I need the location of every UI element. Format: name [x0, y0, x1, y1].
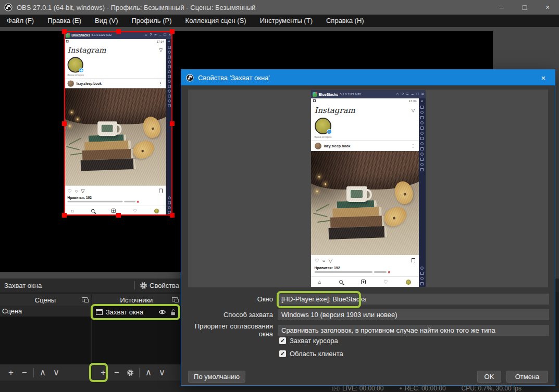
remove-source-button[interactable]: − [110, 364, 123, 381]
gear-icon [127, 369, 134, 376]
cpu-fps-stats: CPU: 0.7%, 30.00 fps [462, 385, 521, 392]
defaults-button[interactable]: По умолчанию [188, 371, 245, 383]
bluestacks-logo-icon [313, 92, 317, 97]
menu-profile[interactable]: Профиль (P) [125, 15, 179, 27]
ok-button[interactable]: OK [477, 371, 501, 383]
dialog-close-button[interactable]: × [537, 73, 550, 82]
scenes-toolbar: + − ∧ ∨ [0, 364, 91, 381]
instagram-action-row: ♡ ○ ▽ [311, 255, 419, 266]
filter-icon: ▽ [412, 108, 415, 113]
add-source-button[interactable]: + [96, 364, 110, 381]
story-avatar [315, 118, 331, 134]
home-icon: ⌂ [145, 31, 147, 39]
scene-down-button[interactable]: ∨ [49, 364, 63, 381]
hamburger-icon: ≡ [406, 90, 409, 98]
post-caption [64, 199, 166, 204]
instagram-bottom-nav: ⌂ ♡ [64, 206, 166, 216]
minimize-button[interactable]: – [490, 0, 513, 15]
lock-icon[interactable] [169, 309, 177, 316]
add-story-badge [327, 129, 332, 134]
capture-method-select[interactable]: Windows 10 (версия 1903 или новее) [278, 309, 549, 320]
bluestacks-title: BlueStacks [71, 33, 90, 37]
maximize-button[interactable]: □ [513, 0, 536, 15]
maximize-icon: □ [416, 90, 419, 98]
resize-handle-bottom[interactable] [116, 213, 121, 218]
resize-handle-top-right[interactable] [170, 29, 175, 34]
rec-time: ● REC: 00:00:00 [399, 385, 445, 392]
camera-icon [66, 40, 69, 43]
selected-source-name: Захват окна [0, 282, 42, 289]
visibility-eye-icon[interactable] [158, 308, 166, 316]
share-icon: ▽ [329, 258, 333, 263]
clock-text: 17:34 [157, 40, 164, 43]
bluestacks-capture-preview: BlueStacks 5.1.0.1129 N32 ⌂ ? ≡ – □ × [311, 90, 426, 287]
menu-bar: Файл (F) Правка (E) Вид (V) Профиль (P) … [0, 15, 559, 27]
activity-icon: ♡ [133, 208, 137, 213]
bookmark-icon [412, 258, 415, 263]
menu-edit[interactable]: Правка (E) [41, 15, 88, 27]
source-properties-button[interactable] [123, 369, 137, 376]
resize-handle-right[interactable] [170, 121, 175, 126]
instagram-post-header: lazy.sleep.book ⋮ [64, 79, 166, 88]
close-button[interactable]: × [536, 0, 559, 15]
menu-tools[interactable]: Инструменты (T) [253, 15, 319, 27]
resize-handle-bottom-right[interactable] [170, 213, 175, 218]
close-icon: × [421, 90, 424, 98]
capture-cursor-checkbox[interactable]: ✓ Захват курсора [279, 336, 338, 345]
properties-button[interactable]: Свойства [140, 282, 179, 289]
source-up-button[interactable]: ∧ [142, 364, 155, 381]
home-icon: ⌂ [71, 208, 74, 213]
dialog-capture-preview: BlueStacks 5.1.0.1129 N32 ⌂ ? ≡ – □ × [188, 90, 548, 287]
match-priority-label: Приоритет согласования окна [188, 322, 278, 338]
resize-handle-top[interactable] [116, 29, 121, 34]
story-label: Ваша история [315, 135, 415, 138]
story-label: Ваша история [68, 73, 163, 77]
match-priority-row: Приоритет согласования окна Сравнивать з… [188, 324, 549, 336]
menu-file[interactable]: Файл (F) [0, 15, 41, 27]
maximize-icon: □ [164, 31, 166, 39]
checkbox-check-icon: ✓ [279, 337, 286, 344]
new-post-icon [111, 209, 116, 213]
remove-scene-button[interactable]: − [18, 364, 31, 381]
window-select[interactable]: [HD-Player.exe]: BlueStacks [278, 294, 549, 305]
dock-icon[interactable] [172, 297, 178, 301]
menu-view[interactable]: Вид (V) [88, 15, 125, 27]
sources-list: Захват окна [92, 306, 181, 364]
resize-handle-bottom-left[interactable] [62, 213, 67, 218]
source-down-button[interactable]: ∨ [155, 364, 169, 381]
collapse-icon: « [168, 40, 170, 44]
share-icon: ▽ [81, 188, 84, 193]
help-icon: ? [150, 31, 152, 39]
search-icon [339, 280, 343, 284]
add-scene-button[interactable]: + [4, 364, 18, 381]
checkbox-check-icon: ✓ [279, 350, 286, 357]
menu-help[interactable]: Справка (H) [319, 15, 371, 27]
cancel-button[interactable]: Отмена [506, 371, 548, 383]
clock-text: 17:34 [408, 99, 416, 103]
client-area-checkbox[interactable]: ✓ Область клиента [279, 349, 343, 358]
dock-icon[interactable] [82, 297, 88, 301]
resize-handle-left[interactable] [62, 121, 67, 126]
resize-handle-top-left[interactable] [62, 29, 67, 34]
post-caption [311, 270, 419, 274]
bluestacks-sidebar: « [166, 39, 172, 216]
minimize-icon: – [159, 31, 161, 39]
live-time: ((•)) LIVE: 00:00:00 [332, 385, 384, 392]
story-avatar [68, 57, 83, 73]
profile-avatar [406, 280, 411, 285]
menu-scene-collection[interactable]: Коллекция сцен (S) [179, 15, 253, 27]
help-icon: ? [401, 90, 403, 98]
minimize-icon: – [412, 90, 414, 98]
scene-list-item[interactable]: Сцена [0, 306, 91, 317]
dialog-title-bar: Свойства 'Захват окна' × [181, 70, 555, 85]
source-list-item[interactable]: Захват окна [92, 306, 181, 319]
scene-up-button[interactable]: ∧ [36, 364, 49, 381]
new-post-icon [361, 280, 366, 284]
like-icon: ♡ [315, 258, 319, 263]
source-preview-selection[interactable]: BlueStacks 5.1.0.1129 N32 ⌂ ? ≡ – □ × [64, 31, 172, 216]
instagram-logo: Instagram [68, 46, 106, 55]
match-priority-select[interactable]: Сравнивать заголовок, в противном случае… [278, 325, 549, 336]
properties-dialog: Свойства 'Захват окна' × BlueStacks 5.1.… [181, 69, 555, 386]
obs-application-window: OBS 27.0.1 (64-bit, windows) - Профиль: … [0, 0, 559, 392]
bluestacks-version: 5.1.0.1129 N32 [340, 93, 361, 96]
